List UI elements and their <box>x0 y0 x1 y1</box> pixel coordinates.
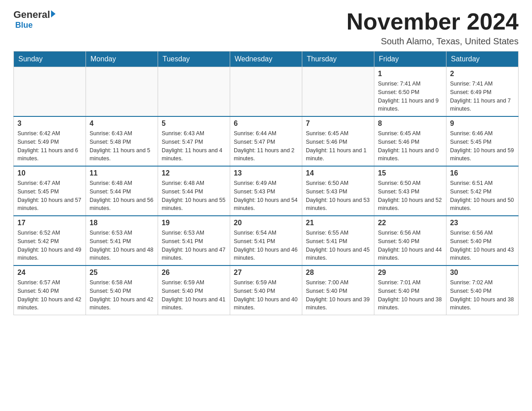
calendar-cell: 30Sunrise: 7:02 AMSunset: 5:40 PMDayligh… <box>446 265 519 315</box>
day-number: 20 <box>234 219 298 227</box>
calendar-cell: 11Sunrise: 6:48 AMSunset: 5:44 PMDayligh… <box>86 166 158 216</box>
day-info: Sunrise: 6:53 AMSunset: 5:41 PMDaylight:… <box>90 229 154 262</box>
day-number: 26 <box>162 269 226 277</box>
col-header-thursday: Thursday <box>302 51 374 67</box>
day-info: Sunrise: 6:58 AMSunset: 5:40 PMDaylight:… <box>90 278 154 312</box>
day-number: 13 <box>234 169 298 177</box>
calendar-cell: 3Sunrise: 6:42 AMSunset: 5:49 PMDaylight… <box>14 116 86 166</box>
day-info: Sunrise: 6:53 AMSunset: 5:41 PMDaylight:… <box>162 229 226 262</box>
day-info: Sunrise: 6:50 AMSunset: 5:43 PMDaylight:… <box>306 179 370 213</box>
logo-general: General <box>13 9 50 21</box>
day-number: 14 <box>306 169 370 177</box>
calendar-cell: 27Sunrise: 6:59 AMSunset: 5:40 PMDayligh… <box>230 265 302 315</box>
day-number: 16 <box>450 169 515 177</box>
page-header: General Blue November 2024 South Alamo, … <box>13 9 519 47</box>
calendar-cell: 2Sunrise: 7:41 AMSunset: 6:49 PMDaylight… <box>446 67 519 117</box>
calendar-cell: 26Sunrise: 6:59 AMSunset: 5:40 PMDayligh… <box>158 265 230 315</box>
day-number: 1 <box>378 70 442 78</box>
day-number: 22 <box>378 219 442 227</box>
day-number: 28 <box>306 269 370 277</box>
day-info: Sunrise: 6:43 AMSunset: 5:48 PMDaylight:… <box>90 129 154 163</box>
day-info: Sunrise: 7:41 AMSunset: 6:50 PMDaylight:… <box>378 80 442 113</box>
calendar-cell: 13Sunrise: 6:49 AMSunset: 5:43 PMDayligh… <box>230 166 302 216</box>
day-number: 18 <box>90 219 154 227</box>
day-number: 8 <box>378 120 442 128</box>
col-header-sunday: Sunday <box>14 51 86 67</box>
day-info: Sunrise: 6:45 AMSunset: 5:46 PMDaylight:… <box>306 129 370 163</box>
day-info: Sunrise: 6:56 AMSunset: 5:40 PMDaylight:… <box>378 229 442 262</box>
day-info: Sunrise: 6:51 AMSunset: 5:42 PMDaylight:… <box>450 179 515 213</box>
calendar-cell: 1Sunrise: 7:41 AMSunset: 6:50 PMDaylight… <box>374 67 446 117</box>
calendar-cell: 7Sunrise: 6:45 AMSunset: 5:46 PMDaylight… <box>302 116 374 166</box>
day-info: Sunrise: 7:41 AMSunset: 6:49 PMDaylight:… <box>450 80 515 113</box>
day-number: 4 <box>90 120 154 128</box>
calendar-cell: 22Sunrise: 6:56 AMSunset: 5:40 PMDayligh… <box>374 216 446 265</box>
day-info: Sunrise: 6:52 AMSunset: 5:42 PMDaylight:… <box>17 229 82 262</box>
logo: General Blue <box>13 9 56 30</box>
day-info: Sunrise: 6:48 AMSunset: 5:44 PMDaylight:… <box>162 179 226 213</box>
calendar-cell: 19Sunrise: 6:53 AMSunset: 5:41 PMDayligh… <box>158 216 230 265</box>
day-info: Sunrise: 6:44 AMSunset: 5:47 PMDaylight:… <box>234 129 298 163</box>
day-info: Sunrise: 7:00 AMSunset: 5:40 PMDaylight:… <box>306 278 370 312</box>
day-number: 23 <box>450 219 515 227</box>
day-info: Sunrise: 6:48 AMSunset: 5:44 PMDaylight:… <box>90 179 154 213</box>
calendar-cell: 9Sunrise: 6:46 AMSunset: 5:45 PMDaylight… <box>446 116 519 166</box>
day-info: Sunrise: 6:56 AMSunset: 5:40 PMDaylight:… <box>450 229 515 262</box>
calendar-cell: 20Sunrise: 6:54 AMSunset: 5:41 PMDayligh… <box>230 216 302 265</box>
calendar-cell: 17Sunrise: 6:52 AMSunset: 5:42 PMDayligh… <box>14 216 86 265</box>
title-area: November 2024 South Alamo, Texas, United… <box>347 9 519 47</box>
logo-arrow-icon <box>51 10 56 17</box>
col-header-tuesday: Tuesday <box>158 51 230 67</box>
day-number: 19 <box>162 219 226 227</box>
calendar-cell <box>86 67 158 117</box>
calendar-cell <box>302 67 374 117</box>
calendar-cell: 10Sunrise: 6:47 AMSunset: 5:45 PMDayligh… <box>14 166 86 216</box>
calendar-cell <box>230 67 302 117</box>
calendar-cell: 29Sunrise: 7:01 AMSunset: 5:40 PMDayligh… <box>374 265 446 315</box>
day-number: 25 <box>90 269 154 277</box>
calendar-cell: 15Sunrise: 6:50 AMSunset: 5:43 PMDayligh… <box>374 166 446 216</box>
col-header-saturday: Saturday <box>446 51 519 67</box>
calendar-cell: 4Sunrise: 6:43 AMSunset: 5:48 PMDaylight… <box>86 116 158 166</box>
day-info: Sunrise: 6:57 AMSunset: 5:40 PMDaylight:… <box>17 278 82 312</box>
calendar-cell: 18Sunrise: 6:53 AMSunset: 5:41 PMDayligh… <box>86 216 158 265</box>
day-number: 12 <box>162 169 226 177</box>
day-number: 27 <box>234 269 298 277</box>
day-info: Sunrise: 6:55 AMSunset: 5:41 PMDaylight:… <box>306 229 370 262</box>
calendar-cell: 21Sunrise: 6:55 AMSunset: 5:41 PMDayligh… <box>302 216 374 265</box>
day-number: 2 <box>450 70 515 78</box>
calendar-cell: 16Sunrise: 6:51 AMSunset: 5:42 PMDayligh… <box>446 166 519 216</box>
day-info: Sunrise: 6:54 AMSunset: 5:41 PMDaylight:… <box>234 229 298 262</box>
day-info: Sunrise: 7:02 AMSunset: 5:40 PMDaylight:… <box>450 278 515 312</box>
day-info: Sunrise: 7:01 AMSunset: 5:40 PMDaylight:… <box>378 278 442 312</box>
day-number: 9 <box>450 120 515 128</box>
day-info: Sunrise: 6:42 AMSunset: 5:49 PMDaylight:… <box>17 129 82 163</box>
calendar-cell <box>14 67 86 117</box>
day-number: 11 <box>90 169 154 177</box>
logo-blue-label: Blue <box>15 21 33 30</box>
calendar-cell: 8Sunrise: 6:45 AMSunset: 5:46 PMDaylight… <box>374 116 446 166</box>
day-number: 3 <box>17 120 82 128</box>
col-header-monday: Monday <box>86 51 158 67</box>
day-number: 21 <box>306 219 370 227</box>
calendar-table: SundayMondayTuesdayWednesdayThursdayFrid… <box>13 51 519 315</box>
calendar-cell <box>158 67 230 117</box>
day-info: Sunrise: 6:46 AMSunset: 5:45 PMDaylight:… <box>450 129 515 163</box>
col-header-wednesday: Wednesday <box>230 51 302 67</box>
day-number: 6 <box>234 120 298 128</box>
calendar-cell: 24Sunrise: 6:57 AMSunset: 5:40 PMDayligh… <box>14 265 86 315</box>
calendar-cell: 23Sunrise: 6:56 AMSunset: 5:40 PMDayligh… <box>446 216 519 265</box>
day-number: 30 <box>450 269 515 277</box>
day-info: Sunrise: 6:49 AMSunset: 5:43 PMDaylight:… <box>234 179 298 213</box>
day-number: 15 <box>378 169 442 177</box>
col-header-friday: Friday <box>374 51 446 67</box>
day-info: Sunrise: 6:45 AMSunset: 5:46 PMDaylight:… <box>378 129 442 163</box>
calendar-cell: 5Sunrise: 6:43 AMSunset: 5:47 PMDaylight… <box>158 116 230 166</box>
calendar-cell: 28Sunrise: 7:00 AMSunset: 5:40 PMDayligh… <box>302 265 374 315</box>
month-title: November 2024 <box>347 9 519 34</box>
day-number: 29 <box>378 269 442 277</box>
day-info: Sunrise: 6:43 AMSunset: 5:47 PMDaylight:… <box>162 129 226 163</box>
day-number: 10 <box>17 169 82 177</box>
day-number: 24 <box>17 269 82 277</box>
day-info: Sunrise: 6:59 AMSunset: 5:40 PMDaylight:… <box>162 278 226 312</box>
